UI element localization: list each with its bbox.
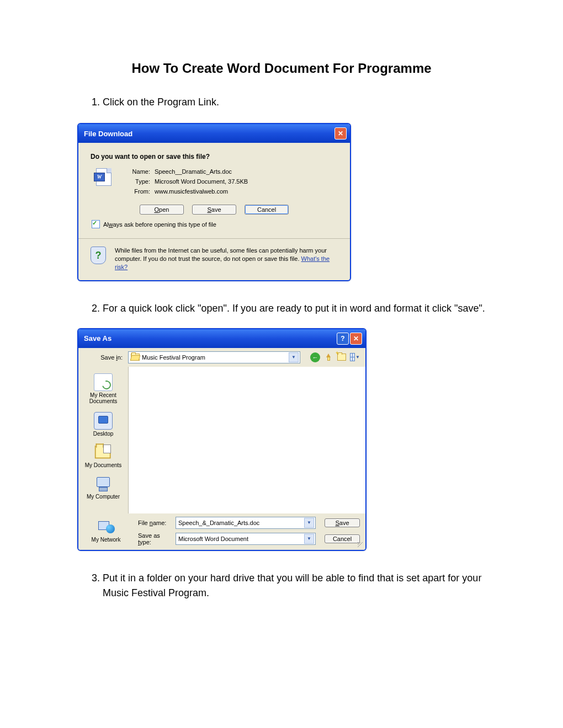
chevron-down-icon[interactable]: ▼: [289, 352, 299, 362]
save-button[interactable]: Save: [192, 205, 236, 215]
my-network-icon: [97, 519, 115, 536]
word-document-icon: W: [94, 168, 111, 186]
save-as-type-combo[interactable]: Microsoft Word Document ▼: [176, 533, 316, 545]
always-ask-label: Always ask before opening this type of f…: [103, 221, 216, 228]
dialog-title: Save As: [84, 334, 111, 342]
cancel-button[interactable]: Cancel: [325, 534, 360, 543]
save-in-value: Music Festival Program: [142, 354, 205, 361]
open-button[interactable]: Open: [140, 205, 184, 215]
save-in-label: Save in:: [84, 354, 123, 361]
views-menu-icon[interactable]: ▼: [350, 352, 360, 362]
my-computer-icon: [94, 476, 112, 493]
chevron-down-icon[interactable]: ▼: [304, 518, 314, 528]
place-my-documents[interactable]: My Documents: [81, 442, 125, 470]
close-icon[interactable]: ✕: [334, 127, 347, 140]
page-title: How To Create Word Document For Programm…: [77, 61, 486, 76]
up-one-level-icon[interactable]: [323, 352, 333, 362]
place-my-computer[interactable]: My Computer: [81, 474, 125, 502]
step-2: For a quick look click "open". If you ar…: [103, 301, 486, 316]
shield-help-icon: ?: [91, 247, 107, 263]
new-folder-icon[interactable]: ✦: [337, 352, 347, 362]
places-bar: My Recent Documents Desktop My Documents…: [78, 367, 129, 513]
file-list-area[interactable]: [129, 367, 365, 513]
dialog-title: File Download: [84, 130, 132, 138]
chevron-down-icon[interactable]: ▼: [304, 534, 314, 544]
recent-documents-icon: [94, 373, 113, 391]
help-icon[interactable]: ?: [337, 333, 349, 345]
type-value: Microsoft Word Document, 37.5KB: [155, 178, 248, 185]
step-1: Click on the Program Link.: [103, 95, 486, 110]
file-download-dialog: File Download ✕ Do you want to open or s…: [77, 123, 351, 281]
folder-open-icon: [131, 354, 140, 361]
back-icon[interactable]: ←: [310, 352, 320, 362]
type-label: Type:: [121, 178, 150, 185]
warning-text: While files from the Internet can be use…: [115, 247, 338, 271]
desktop-icon: [94, 412, 113, 430]
save-button[interactable]: Save: [325, 518, 360, 527]
save-as-type-label: Save as type:: [138, 532, 171, 545]
close-icon[interactable]: ✕: [350, 333, 362, 345]
my-documents-icon: [94, 445, 112, 461]
name-value: Speech__Dramatic_Arts.doc: [155, 168, 248, 175]
place-my-network[interactable]: My Network: [84, 517, 128, 545]
file-name-value: Speech_&_Dramatic_Arts.doc: [178, 520, 259, 526]
titlebar[interactable]: File Download ✕: [78, 124, 350, 143]
from-value: www.musicfestivalweb.com: [155, 188, 248, 195]
titlebar[interactable]: Save As ? ✕: [78, 329, 365, 348]
place-recent-documents[interactable]: My Recent Documents: [81, 371, 125, 406]
save-as-type-value: Microsoft Word Document: [178, 536, 248, 542]
name-label: Name:: [121, 168, 150, 175]
always-ask-checkbox[interactable]: [92, 220, 100, 228]
step-3: Put it in a folder on your hard drive th…: [103, 571, 486, 601]
file-name-field[interactable]: Speech_&_Dramatic_Arts.doc ▼: [176, 517, 316, 529]
from-label: From:: [121, 188, 150, 195]
file-name-label: File name:: [138, 520, 171, 526]
place-desktop[interactable]: Desktop: [81, 410, 125, 439]
cancel-button[interactable]: Cancel: [245, 205, 289, 215]
save-in-combo[interactable]: Music Festival Program ▼: [128, 351, 300, 363]
save-as-dialog: Save As ? ✕ Save in: Music Festival Prog…: [77, 328, 367, 551]
resize-grip-icon[interactable]: [358, 542, 364, 549]
prompt-text: Do you want to open or save this file?: [91, 153, 338, 160]
